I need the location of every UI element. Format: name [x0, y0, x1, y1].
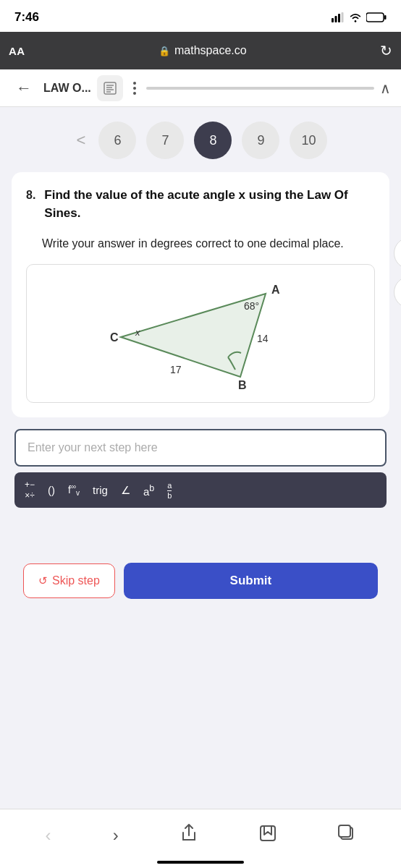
nav-bar: ← LAW O... ∧	[0, 69, 401, 107]
browser-aa-label[interactable]: AA	[9, 45, 25, 57]
vertex-a-label: A	[271, 284, 280, 296]
question-nav-8[interactable]: 8	[194, 122, 232, 159]
angle-x-label: x	[135, 327, 140, 338]
svg-rect-5	[384, 15, 387, 20]
submit-button[interactable]: Submit	[124, 563, 378, 599]
svg-rect-2	[338, 14, 340, 22]
question-nav-9[interactable]: 9	[242, 122, 279, 159]
home-indicator	[157, 861, 244, 864]
skip-icon: ↺	[38, 574, 48, 587]
svg-rect-1	[335, 16, 337, 22]
resource-button[interactable]: 📋	[394, 276, 401, 308]
safari-bookmarks-button[interactable]	[252, 820, 284, 851]
svg-rect-4	[366, 13, 384, 22]
nav-notes-button[interactable]	[97, 75, 123, 101]
question-nav-7[interactable]: 7	[146, 122, 184, 159]
question-navigation: < 6 7 8 9 10	[0, 107, 401, 172]
answer-area: Enter your next step here +− ×÷ () f∞v t…	[12, 429, 389, 508]
bookmarks-icon	[259, 825, 277, 842]
toolbar-power-button[interactable]: ab	[143, 483, 154, 498]
toolbar-fraction-button[interactable]: a b	[167, 481, 172, 500]
math-toolbar: +− ×÷ () f∞v trig ∠ ab	[14, 472, 387, 508]
nav-title: LAW O...	[43, 82, 91, 95]
safari-share-button[interactable]	[173, 820, 205, 851]
status-bar: 7:46	[0, 0, 401, 32]
question-card: 8. Find the value of the acute angle x u…	[12, 172, 389, 417]
svg-rect-14	[339, 825, 350, 837]
vertex-b-label: B	[238, 379, 247, 391]
bottom-actions: ↺ Skip step Submit	[12, 551, 389, 610]
side-17-label: 17	[170, 364, 182, 375]
question-nav-10[interactable]: 10	[290, 122, 327, 159]
diagram-container: C A B x 68° 14 17	[26, 264, 375, 403]
nav-progress-bar	[146, 87, 374, 90]
browser-refresh-icon[interactable]: ↻	[380, 42, 392, 59]
vertex-c-label: C	[110, 331, 119, 344]
toolbar-angle-button[interactable]: ∠	[121, 484, 130, 497]
toolbar-funcs-button[interactable]: f∞v	[68, 482, 80, 497]
safari-tabs-button[interactable]	[331, 820, 363, 851]
hint-button[interactable]: 💡	[394, 237, 401, 269]
toolbar-parens-button[interactable]: ()	[48, 484, 55, 496]
browser-url: mathspace.co	[174, 44, 247, 57]
question-subtext: Write your answer in degrees correct to …	[42, 235, 375, 252]
question-nav-6[interactable]: 6	[98, 122, 136, 159]
nav-more-button[interactable]	[129, 79, 140, 98]
answer-placeholder: Enter your next step here	[28, 441, 158, 454]
toolbar-trig-button[interactable]: trig	[93, 484, 108, 496]
share-icon	[180, 824, 198, 843]
triangle-diagram: C A B x 68° 14 17	[99, 272, 302, 395]
notes-icon	[103, 81, 117, 95]
question-number: 8.	[26, 189, 35, 202]
safari-forward-button[interactable]: ›	[106, 821, 126, 850]
q-nav-prev-arrow[interactable]: <	[74, 131, 89, 150]
tabs-icon	[338, 825, 355, 842]
browser-url-container[interactable]: 🔒 mathspace.co	[33, 44, 373, 57]
nav-back-button[interactable]: ←	[10, 76, 38, 101]
status-time: 7:46	[14, 10, 39, 25]
answer-input[interactable]: Enter your next step here	[14, 429, 387, 467]
lock-icon: 🔒	[159, 46, 170, 56]
status-icons	[332, 12, 387, 22]
signal-icon	[332, 12, 345, 22]
nav-chevron-icon[interactable]: ∧	[380, 80, 391, 97]
question-text: Find the value of the acute angle x usin…	[44, 187, 375, 222]
svg-rect-0	[332, 18, 334, 22]
main-content: 8. Find the value of the acute angle x u…	[0, 172, 401, 622]
safari-back-button[interactable]: ‹	[38, 821, 59, 850]
svg-rect-12	[261, 826, 275, 841]
side-14-label: 14	[257, 333, 269, 344]
angle-68-label: 68°	[244, 300, 259, 312]
svg-rect-3	[342, 12, 344, 22]
toolbar-ops-button[interactable]: +− ×÷	[25, 480, 35, 501]
skip-step-button[interactable]: ↺ Skip step	[23, 563, 115, 598]
battery-icon	[366, 12, 387, 22]
wifi-icon	[349, 12, 362, 22]
safari-bottom-bar: ‹ ›	[0, 809, 401, 868]
browser-bar: AA 🔒 mathspace.co ↻	[0, 32, 401, 69]
